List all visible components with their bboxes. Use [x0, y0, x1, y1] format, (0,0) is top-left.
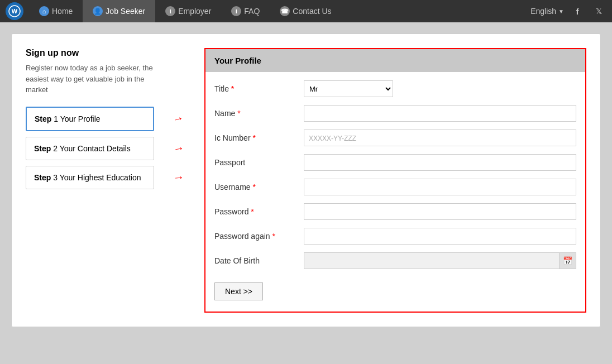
- title-label-text: Title: [214, 84, 229, 93]
- step-3-item[interactable]: Step 3 Your Highest Education →: [26, 166, 154, 189]
- password-required: *: [251, 207, 254, 216]
- password-label-text: Password: [214, 207, 248, 216]
- passport-input[interactable]: [304, 154, 576, 171]
- page-wrapper: Sign up now Register now today as a job …: [0, 22, 612, 364]
- sidebar: Sign up now Register now today as a job …: [26, 48, 154, 313]
- ic-label-text: Ic Number: [214, 133, 251, 142]
- step-3-number: Step: [34, 173, 53, 182]
- dob-row: Date Of Birth 📅: [214, 252, 576, 269]
- step-2-item[interactable]: Step 2 Your Contact Details →: [26, 137, 154, 160]
- nav-home-label: Home: [52, 7, 73, 16]
- facebook-icon[interactable]: f: [570, 3, 585, 19]
- step-1-label: Your Profile: [60, 114, 101, 123]
- username-label-text: Username: [214, 183, 251, 191]
- form-body: Title * Mr Mrs Ms Dr Name *: [205, 72, 585, 312]
- name-input[interactable]: [304, 105, 576, 122]
- title-label: Title *: [214, 84, 304, 93]
- signup-description: Register now today as a job seeker, the …: [26, 63, 154, 95]
- twitter-icon[interactable]: 𝕏: [591, 3, 606, 19]
- username-input[interactable]: [304, 179, 576, 195]
- passport-label: Passport: [214, 158, 304, 167]
- nav-jobseeker[interactable]: 👤 Job Seeker: [83, 0, 155, 22]
- arrow-spacer: [165, 48, 193, 313]
- next-button[interactable]: Next >>: [214, 282, 263, 300]
- username-required: *: [252, 183, 255, 191]
- svg-text:W: W: [12, 8, 18, 15]
- nav-items: ⌂ Home 👤 Job Seeker i Employer i FAQ ☎ C…: [29, 0, 606, 22]
- nav-faq[interactable]: i FAQ: [221, 0, 270, 22]
- calendar-icon[interactable]: 📅: [560, 252, 576, 269]
- nav-contact-label: Contact Us: [293, 7, 331, 16]
- step-1-item[interactable]: Step 1 Your Profile →: [26, 107, 154, 131]
- step-2-num-val: 2: [53, 144, 58, 153]
- name-row: Name *: [214, 105, 576, 122]
- nav-employer[interactable]: i Employer: [155, 0, 221, 22]
- ic-input[interactable]: [304, 130, 576, 146]
- faq-icon: i: [231, 6, 241, 16]
- navbar: W ⌂ Home 👤 Job Seeker i Employer i FAQ ☎…: [0, 0, 612, 22]
- dob-input-group: 📅: [304, 252, 576, 269]
- step-1-num-val: 1: [54, 114, 58, 123]
- name-label: Name *: [214, 109, 304, 118]
- nav-social: English ▼ f 𝕏: [530, 3, 606, 19]
- nav-employer-label: Employer: [178, 7, 211, 16]
- step-3-label: Your Highest Education: [60, 173, 141, 182]
- employer-icon: i: [165, 6, 175, 16]
- signup-title: Sign up now: [26, 48, 154, 58]
- registration-form: Your Profile Title * Mr Mrs Ms Dr: [204, 48, 586, 313]
- nav-faq-label: FAQ: [244, 7, 260, 16]
- password-input[interactable]: [304, 203, 576, 220]
- language-label: English: [530, 7, 556, 16]
- name-label-text: Name: [214, 109, 235, 118]
- contact-icon: ☎: [280, 6, 290, 16]
- password-row: Password *: [214, 203, 576, 220]
- title-select[interactable]: Mr Mrs Ms Dr: [304, 80, 393, 97]
- password-again-label: Password again *: [214, 232, 304, 241]
- title-row: Title * Mr Mrs Ms Dr: [214, 80, 576, 97]
- nav-contact[interactable]: ☎ Contact Us: [270, 0, 341, 22]
- password-again-row: Password again *: [214, 228, 576, 245]
- step-2-label: Your Contact Details: [60, 144, 131, 153]
- ic-label: Ic Number *: [214, 133, 304, 142]
- passport-row: Passport: [214, 154, 576, 171]
- username-row: Username *: [214, 179, 576, 195]
- content-box: Sign up now Register now today as a job …: [11, 33, 601, 327]
- home-icon: ⌂: [39, 6, 49, 16]
- chevron-down-icon: ▼: [558, 8, 564, 15]
- nav-logo: W: [6, 2, 23, 20]
- title-required: *: [231, 84, 234, 93]
- nav-jobseeker-label: Job Seeker: [106, 7, 145, 16]
- form-header: Your Profile: [205, 49, 585, 72]
- dob-label: Date Of Birth: [214, 256, 304, 265]
- ic-required: *: [252, 133, 255, 142]
- step-3-num-val: 3: [53, 173, 58, 182]
- language-selector[interactable]: English ▼: [530, 7, 564, 16]
- username-label: Username *: [214, 183, 304, 191]
- ic-row: Ic Number *: [214, 130, 576, 146]
- step-1-number: Step: [35, 114, 54, 123]
- password-again-input[interactable]: [304, 228, 576, 245]
- password-label: Password *: [214, 207, 304, 216]
- nav-home[interactable]: ⌂ Home: [29, 0, 83, 22]
- dob-input[interactable]: [304, 252, 560, 269]
- jobseeker-icon: 👤: [93, 6, 103, 16]
- password-again-required: *: [272, 232, 275, 241]
- name-required: *: [237, 109, 240, 118]
- step-2-number: Step: [34, 144, 53, 153]
- password-again-label-text: Password again: [214, 232, 270, 241]
